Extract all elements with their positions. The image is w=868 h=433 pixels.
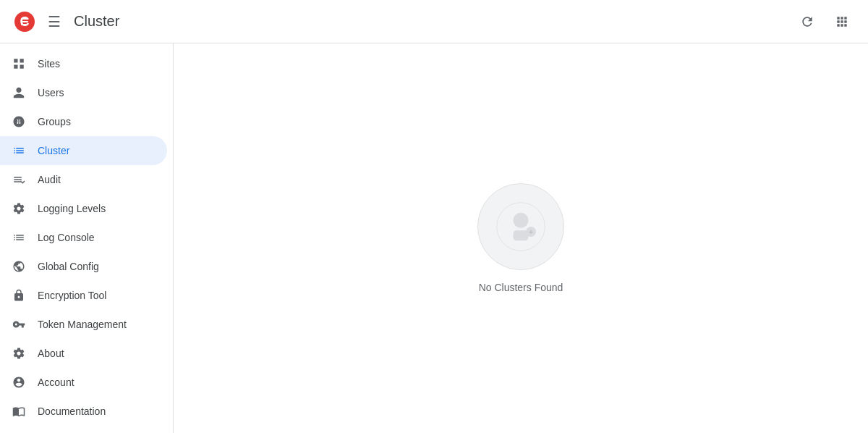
sidebar-label-audit: Audit [38,174,61,185]
sidebar-item-log-console[interactable]: Log Console [0,223,167,252]
sidebar-label-encryption-tool: Encryption Tool [38,290,106,301]
header-logo: C ☰ Cluster [12,9,119,35]
apps-button[interactable] [827,7,856,36]
grid-icon [12,57,26,70]
sidebar-label-users: Users [38,87,64,98]
page-title: Cluster [74,13,119,30]
sidebar-item-encryption-tool[interactable]: Encryption Tool [0,281,167,310]
sidebar-item-sites[interactable]: Sites [0,49,167,78]
sidebar: Sites Users Groups Cluster Audit [0,43,174,433]
sidebar-label-global-config: Global Config [38,261,99,272]
sidebar-label-groups: Groups [38,116,71,127]
sidebar-label-log-console: Log Console [38,232,95,243]
sidebar-label-about: About [38,348,64,359]
groups-icon [12,115,26,128]
sidebar-item-cluster[interactable]: Cluster [0,136,167,165]
about-icon [12,347,26,360]
audit-icon [12,173,26,186]
sidebar-item-logging-levels[interactable]: Logging Levels [0,194,167,223]
sidebar-item-users[interactable]: Users [0,78,167,107]
empty-state: + No Clusters Found [477,183,564,293]
logging-levels-icon [12,202,26,215]
sidebar-label-token-management: Token Management [38,319,127,330]
svg-text:+: + [529,227,533,236]
svg-point-5 [514,213,529,228]
cluster-icon [12,144,26,157]
main-content: + No Clusters Found [174,43,868,433]
main-layout: Sites Users Groups Cluster Audit [0,43,868,433]
sidebar-item-token-management[interactable]: Token Management [0,310,167,339]
sidebar-label-sites: Sites [38,58,60,70]
key-icon [12,318,26,331]
sidebar-item-documentation[interactable]: Documentation [0,397,167,426]
svg-point-2 [16,117,18,119]
sidebar-item-groups[interactable]: Groups [0,107,167,136]
lock-icon [12,289,26,302]
sidebar-label-account: Account [38,377,75,388]
app-header: C ☰ Cluster [0,0,868,43]
person-icon [12,86,26,99]
refresh-icon [800,14,814,29]
hamburger-icon[interactable]: ☰ [48,13,61,30]
log-console-icon [12,231,26,244]
sidebar-label-documentation: Documentation [38,405,106,417]
apps-icon [835,14,849,29]
sidebar-item-audit[interactable]: Audit [0,165,167,194]
header-actions [793,7,856,36]
sidebar-label-cluster: Cluster [38,145,69,156]
globe-icon [12,260,26,273]
sidebar-item-global-config[interactable]: Global Config [0,252,167,281]
sidebar-item-account[interactable]: Account [0,368,167,397]
empty-state-text: No Clusters Found [479,282,563,293]
svg-point-3 [20,117,22,119]
book-icon [12,405,26,418]
refresh-button[interactable] [793,7,822,36]
app-logo-icon: C [12,9,38,35]
sidebar-item-about[interactable]: About [0,339,167,368]
sidebar-label-logging-levels: Logging Levels [38,203,106,214]
account-circle-icon [12,376,26,389]
empty-state-illustration: + [477,183,564,270]
no-data-icon: + [495,201,546,252]
